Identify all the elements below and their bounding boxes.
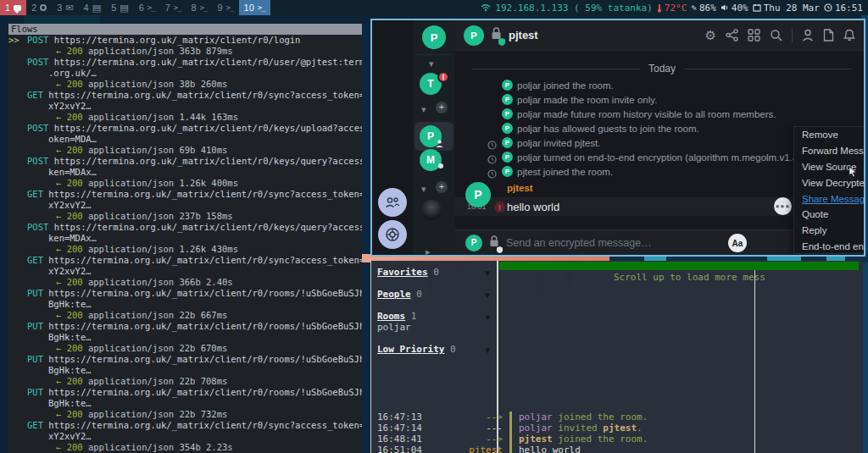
flow-row[interactable]: PUT https://termina.org.uk/_matrix/clien…	[8, 354, 362, 387]
chevron-down-icon[interactable]: ▾	[421, 185, 426, 194]
workspace-7[interactable]: 7>_	[160, 0, 186, 15]
menu-item-reply[interactable]: Reply	[794, 223, 865, 239]
room-avatar-image[interactable]	[421, 200, 442, 220]
room-list-item[interactable]: poljar	[377, 322, 492, 333]
chevron-down-icon[interactable]: ▾	[429, 59, 434, 69]
workspace-8[interactable]: 8>_	[186, 0, 213, 15]
response-status: 200	[67, 211, 83, 221]
sidebar-section-rooms[interactable]: Rooms 1▼poljar	[377, 311, 492, 333]
network-status: 192.168.1.133 ( 59% tatanka)	[495, 3, 652, 14]
gomuks-window: Favorites 0▼People 0▼Rooms 1▼poljarLow P…	[370, 261, 863, 453]
log-segment: joined the room.	[553, 434, 648, 445]
room-avatar-image[interactable]	[421, 225, 442, 246]
sidebar-section-favorites[interactable]: Favorites 0▼	[377, 267, 492, 278]
event-avatar: P	[502, 166, 513, 177]
flow-method: GET	[27, 255, 43, 265]
sidebar-section-header: Low Priority 0▼	[377, 344, 492, 355]
flow-url: https://termina.org.uk/_matrix/client/r0…	[54, 123, 362, 133]
event-avatar: P	[502, 152, 513, 163]
response-arrow-icon: ←	[56, 178, 67, 188]
workspace-9[interactable]: 9>_	[213, 0, 239, 15]
add-room-button[interactable]: +	[436, 181, 448, 193]
flow-method: POST	[27, 35, 48, 45]
log-message: poljar invited pjtest.	[519, 423, 643, 434]
event-row: Ppoljar made future room history visible…	[455, 107, 864, 121]
account-avatar[interactable]: P	[422, 25, 446, 49]
log-bar	[509, 412, 512, 423]
flow-row[interactable]: PUT https://termina.org.uk/_matrix/clien…	[8, 321, 362, 354]
workspace-2[interactable]: 2	[26, 0, 52, 15]
menu-item-remove[interactable]: Remove	[794, 127, 865, 143]
flow-row[interactable]: GET https://termina.org.uk/_matrix/clien…	[8, 420, 362, 453]
workspace-3[interactable]: 3✉	[52, 0, 78, 15]
collapse-triangle-icon[interactable]: ▼	[485, 268, 490, 279]
menu-item-end-to-end-encry[interactable]: End-to-end encry	[794, 239, 865, 254]
bell-icon[interactable]	[843, 29, 855, 41]
flow-row[interactable]: POST https://termina.org.uk/_matrix/clie…	[8, 156, 362, 189]
grid-icon[interactable]	[748, 29, 760, 41]
composer-placeholder[interactable]: Send an encrypted message…	[506, 237, 652, 249]
workspace-10[interactable]: 10>_	[239, 0, 270, 15]
sender-name[interactable]: pjtest	[507, 183, 533, 193]
workspace-5[interactable]: 5▤	[106, 0, 134, 15]
flow-row[interactable]: PUT https://termina.org.uk/_matrix/clien…	[8, 387, 362, 420]
workspace-number: 6	[139, 3, 144, 13]
workspace-4[interactable]: 4▤	[79, 0, 107, 15]
mitmproxy-window: Flows >>POST https://termina.org.uk/_mat…	[8, 24, 362, 453]
share-icon[interactable]	[726, 29, 738, 41]
flow-method: PUT	[27, 288, 43, 298]
add-room-button[interactable]: +	[436, 102, 448, 113]
selected-flow-marker: >>	[8, 35, 27, 46]
flow-row[interactable]: GET https://termina.org.uk/_matrix/clien…	[8, 255, 362, 288]
collapse-triangle-icon[interactable]: ▼	[485, 290, 490, 301]
flow-method: POST	[27, 123, 48, 133]
flow-method: PUT	[27, 387, 43, 397]
menu-item-share-message[interactable]: Share Message	[794, 191, 865, 207]
collapse-triangle-icon[interactable]: ▼	[485, 345, 490, 356]
flow-method: GET	[27, 189, 43, 199]
help-button[interactable]	[378, 220, 407, 249]
response-info: application/json 366b 2.40s	[83, 277, 233, 287]
terminal-icon: >_	[174, 3, 181, 12]
flow-row[interactable]: POST https://termina.org.uk/_matrix/clie…	[8, 123, 362, 156]
response-arrow-icon: ←	[56, 79, 67, 89]
sidebar-section-people[interactable]: People 0▼	[377, 289, 492, 300]
file-icon[interactable]	[823, 29, 834, 41]
flow-url-continued: .org.uk/…	[8, 68, 362, 79]
menu-item-forward-message[interactable]: Forward Message	[794, 143, 865, 159]
sidebar-section-low-priority[interactable]: Low Priority 0▼	[377, 344, 492, 355]
menu-item-quote[interactable]: Quote	[794, 207, 865, 223]
settings-icon[interactable]: ⚙	[705, 29, 716, 41]
response-info: application/json 22b 670ms	[83, 343, 228, 353]
collapse-triangle-icon[interactable]: ▼	[485, 312, 490, 323]
log-message: poljar joined the room.	[519, 412, 648, 423]
message-options-button[interactable]: ●●●	[774, 197, 792, 215]
flow-row[interactable]: POST https://termina.org.uk/_matrix/clie…	[8, 57, 362, 90]
people-button[interactable]	[378, 188, 407, 217]
flow-response: ← 200 application/json 363b 879ms	[8, 46, 362, 57]
date-divider: Today	[455, 51, 864, 78]
event-avatar: P	[502, 123, 513, 134]
flow-row[interactable]: GET https://termina.org.uk/_matrix/clien…	[8, 90, 362, 123]
workspace-1[interactable]: 1	[0, 0, 26, 15]
event-row: Ppoljar joined the room.	[455, 78, 864, 92]
search-icon[interactable]	[770, 29, 782, 41]
flow-row[interactable]: POST https://termina.org.uk/_matrix/clie…	[8, 222, 362, 255]
chevron-down-icon[interactable]: ▾	[421, 105, 426, 114]
workspace-number: 1	[5, 3, 10, 13]
flow-row[interactable]: PUT https://termina.org.uk/_matrix/clien…	[8, 288, 362, 321]
workspace-6[interactable]: 6>_	[134, 0, 160, 15]
response-status: 200	[67, 145, 83, 155]
flow-response: ← 200 application/json 1.26k 430ms	[8, 244, 362, 255]
chevron-right-icon[interactable]: ▸	[426, 247, 431, 257]
log-message: pjtest joined the room.	[519, 434, 648, 445]
format-button[interactable]: Aa	[728, 234, 747, 252]
members-icon[interactable]	[802, 29, 814, 41]
sender-avatar[interactable]: P	[465, 182, 491, 207]
flow-url: https://termina.org.uk/_matrix/client/r0…	[48, 354, 362, 364]
log-bar	[509, 423, 512, 434]
flow-row[interactable]: >>POST https://termina.org.uk/_matrix/cl…	[8, 35, 362, 57]
terminal-icon: >_	[258, 3, 265, 12]
room-avatar[interactable]: P	[464, 25, 484, 46]
flow-row[interactable]: GET https://termina.org.uk/_matrix/clien…	[8, 189, 362, 222]
